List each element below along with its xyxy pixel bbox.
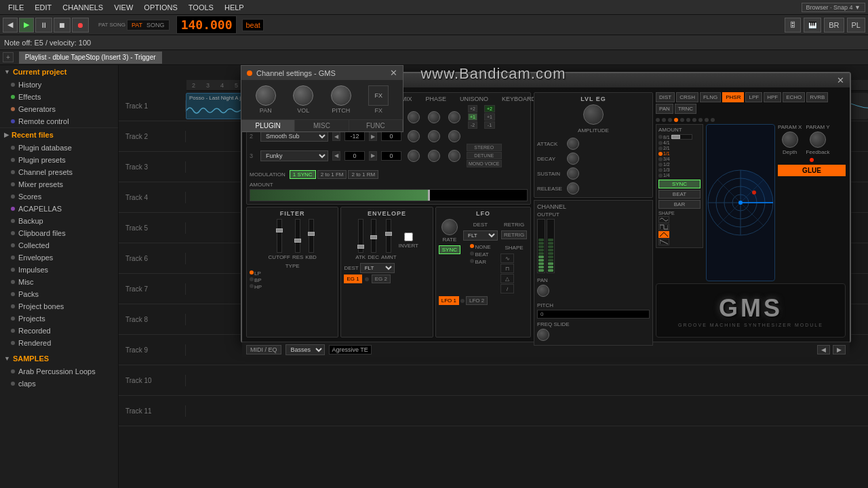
wv-pitch-down-2[interactable]: ◀ (332, 131, 340, 141)
sidebar-collected[interactable]: Collected (0, 239, 118, 251)
menu-item-tools[interactable]: TOOLS (183, 2, 219, 13)
menu-item-edit[interactable]: EDIT (29, 2, 57, 13)
channel-freq-slide-knob[interactable] (537, 329, 549, 341)
lfo-main-beat-btn[interactable]: BEAT (658, 190, 701, 199)
filter-cutoff-fader[interactable] (277, 219, 282, 253)
lvleg-decay-knob[interactable] (567, 152, 579, 165)
plugin-btn[interactable]: PL (847, 18, 865, 33)
program-next-btn[interactable]: ▶ (833, 345, 846, 354)
sync-2to1fm-btn[interactable]: 2 to 1 FM (317, 170, 347, 179)
wv-shape-select-2[interactable]: Smooth Sub (260, 131, 328, 142)
sidebar-acapellas[interactable]: ACAPELLAS (0, 203, 118, 215)
filter-kbd-fader[interactable] (309, 219, 314, 253)
samples-header[interactable]: ▼ SAMPLES (0, 352, 118, 365)
wv-phase-knob-1[interactable] (428, 111, 440, 123)
midi-eq-btn[interactable]: MIDI / EQ (246, 345, 281, 354)
mono-btn[interactable]: MONO VOICE (467, 160, 502, 167)
lfo-eg2-btn[interactable]: LFO 2 (466, 296, 488, 305)
obtn-down[interactable]: -1 (484, 121, 495, 129)
env-invert-check[interactable] (404, 232, 413, 241)
sidebar-item-effects[interactable]: Effects (0, 91, 118, 103)
wv-pitch-up-2[interactable]: ▶ (369, 131, 377, 141)
wv-noise-knob[interactable] (448, 150, 460, 162)
lfo-shape-icon-2[interactable] (658, 224, 669, 230)
mixer-btn[interactable]: 🎛 (785, 18, 801, 33)
transport-pause[interactable]: ⏸ (35, 18, 52, 33)
lfo-shape-square[interactable]: ⊓ (500, 264, 514, 273)
fx-phsr-btn[interactable]: PHSR (722, 92, 744, 102)
sidebar-misc[interactable]: Misc (0, 276, 118, 288)
wv-mix-knob-2[interactable] (408, 130, 420, 142)
pat-mode[interactable]: PAT (132, 22, 142, 28)
wv-phase-knob-3[interactable] (428, 150, 440, 162)
fx-hpf-btn[interactable]: HPF (764, 92, 781, 102)
fx-pan-btn[interactable]: PAN (656, 104, 673, 114)
env-atk-fader[interactable] (358, 219, 363, 253)
lfo-sync-btn[interactable]: SYNC (439, 245, 460, 254)
channel-pitch-value[interactable]: 0 (537, 310, 650, 319)
transport-stop[interactable]: ⏹ (54, 18, 71, 33)
wv-pitch-up-3[interactable]: ▶ (369, 151, 377, 161)
wv-pitch-down-3[interactable]: ◀ (332, 151, 340, 161)
lfo-retrig-btn[interactable]: RETRIG (501, 230, 527, 239)
menu-item-channels[interactable]: CHANNELS (57, 2, 108, 13)
lfo-shape-icon-1[interactable] (658, 216, 669, 223)
amount-bar[interactable] (250, 189, 528, 201)
transport-prev[interactable]: ◀ (3, 18, 18, 33)
cs-tab-plugin[interactable]: PLUGIN (241, 120, 295, 131)
param-y-knob[interactable] (810, 131, 826, 148)
sync-2to1rm-btn[interactable]: 2 to 1 RM (348, 170, 378, 179)
transport-play[interactable]: ▶ (19, 18, 34, 33)
sidebar-mixer-presets[interactable]: Mixer presets (0, 178, 118, 190)
piano-roll-btn[interactable]: 🎹 (804, 18, 821, 33)
program-prev-btn[interactable]: ◀ (817, 345, 830, 354)
fx-echo-btn[interactable]: ECHO (783, 92, 805, 102)
wv-phase-knob-2[interactable] (428, 130, 440, 142)
sidebar-impulses[interactable]: Impulses (0, 264, 118, 276)
fx-flng-btn[interactable]: FLNG (700, 92, 721, 102)
sidebar-item-remote-control[interactable]: Remote control (0, 115, 118, 127)
cs-tab-misc[interactable]: MISC (295, 120, 349, 131)
sidebar-arab-percussion[interactable]: Arab Percussion Loops (0, 365, 118, 378)
wv-unisono-knob-1[interactable] (448, 111, 460, 123)
vbtn-1[interactable]: +1 (468, 113, 477, 121)
bpm-display[interactable]: 140.000 (176, 16, 237, 34)
lfo-rate-knob[interactable] (441, 219, 458, 235)
cs-fx-display[interactable]: FX (368, 85, 389, 106)
menu-item-options[interactable]: OPTIONS (138, 2, 183, 13)
wv-shape-select-3[interactable]: Funky (260, 150, 328, 161)
current-project-header[interactable]: ▼ Current project (0, 65, 118, 79)
sync-1-btn[interactable]: 1 SYNC (290, 170, 316, 179)
lvleg-release-knob[interactable] (567, 182, 579, 195)
fx-lpf-btn[interactable]: LPF (745, 92, 762, 102)
lfo-shape-sine[interactable]: ∿ (500, 253, 514, 263)
song-mode[interactable]: SONG (146, 22, 165, 28)
channel-pan-knob[interactable] (537, 285, 549, 297)
cs-vol-knob[interactable] (293, 85, 313, 106)
detune-btn[interactable]: DETUNE (467, 152, 502, 159)
sidebar-clipboard[interactable]: Clipboard files (0, 227, 118, 239)
sidebar-recorded[interactable]: Recorded (0, 325, 118, 337)
lvleg-attack-knob[interactable] (567, 138, 579, 150)
snap-selector[interactable]: Browser · Snap 4 ▼ (802, 3, 865, 12)
sidebar-rendered[interactable]: Rendered (0, 337, 118, 349)
tab-new-btn[interactable]: + (3, 52, 14, 62)
lfo-dest-select[interactable]: FLT MOD FREQ LEVEL (463, 230, 498, 241)
cs-tab-func[interactable]: FUNC (349, 120, 403, 131)
lfo-shape-saw[interactable]: / (500, 284, 514, 293)
sidebar-backup[interactable]: Backup (0, 215, 118, 227)
lfo-shape-triangle[interactable]: △ (500, 274, 514, 283)
sidebar-claps[interactable]: claps (0, 378, 118, 390)
lfo-main-sync-btn[interactable]: SYNC (658, 180, 701, 188)
fx-dist-btn[interactable]: DIST (656, 92, 675, 102)
lfo-eg1-btn[interactable]: LFO 1 (439, 296, 459, 305)
fx-trnc-btn[interactable]: TRNC (675, 104, 696, 114)
glue-button[interactable]: GLUE (778, 165, 846, 176)
lfo-fader-8-1[interactable] (672, 134, 692, 140)
env-dest-select[interactable]: FLT MOD FREQ LEVEL (360, 263, 395, 273)
gms-close-button[interactable]: ✕ (837, 75, 844, 85)
lvleg-amplitude-knob[interactable] (583, 104, 604, 125)
gms-bank-select[interactable]: Basses (285, 344, 325, 355)
lfo-shape-icon-active[interactable] (658, 231, 669, 238)
sidebar-scores[interactable]: Scores (0, 190, 118, 203)
